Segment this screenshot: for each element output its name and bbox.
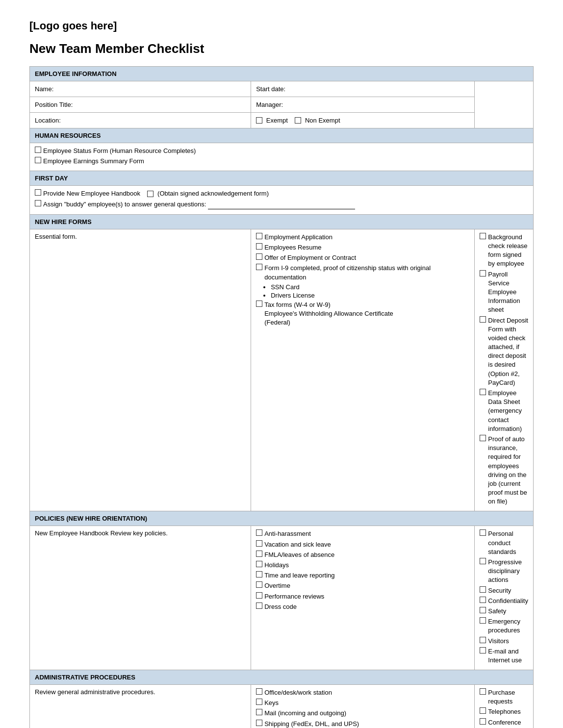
section-human-resources: HUMAN RESOURCES	[30, 128, 534, 143]
nhf-item-3: Offer of Employment or Contract	[256, 253, 469, 262]
start-date-field: Start date:	[251, 81, 475, 97]
nhf-right-item-5: Proof of auto insurance, required for em…	[480, 435, 528, 506]
non-exempt-label: Non Exempt	[305, 117, 340, 124]
manager-label: Manager:	[256, 101, 283, 108]
admin-mid-items: Office/desk/work station Keys Mail (inco…	[251, 685, 475, 728]
nhf-item-1: Employment Application	[256, 233, 469, 242]
pol-checkbox-3[interactable]	[256, 551, 262, 557]
pol-right-item-7: Visitors	[480, 637, 528, 646]
pol-right-item-5: Safety	[480, 607, 528, 616]
nhf-checkbox-5[interactable]	[256, 301, 262, 307]
nhf-right-checkbox-1[interactable]	[480, 233, 486, 239]
hr-item-1: Employee Status Form (Human Resource Com…	[35, 147, 528, 155]
nhf-bullet-2: Drivers License	[271, 292, 469, 299]
first-day-item-1: Provide New Employee Handbook (Obtain si…	[35, 189, 528, 198]
pol-right-checkbox-7[interactable]	[480, 637, 486, 643]
admin-right-items: Purchase requests Telephones Conference …	[475, 685, 534, 728]
first-day-checkbox-2[interactable]	[147, 191, 154, 197]
exempt-field: Exempt Non Exempt	[251, 113, 475, 128]
pol-checkbox-1[interactable]	[256, 529, 262, 536]
pol-right-item-3: Security	[480, 586, 528, 595]
section-policies: POLICIES (New hire orientation)	[30, 511, 534, 526]
nhf-right-checkbox-2[interactable]	[480, 270, 486, 276]
new-hire-col-label: Essential form.	[30, 229, 251, 511]
adm-item-1: Office/desk/work station	[256, 688, 469, 697]
hr-checkbox-1[interactable]	[35, 147, 41, 153]
exempt-checkbox[interactable]	[256, 117, 262, 124]
adm-right-checkbox-1[interactable]	[480, 688, 486, 695]
pol-right-checkbox-2[interactable]	[480, 558, 486, 564]
nhf-right-checkbox-3[interactable]	[480, 316, 486, 323]
pol-item-7: Performance reviews	[256, 592, 469, 601]
policies-mid-items: Anti-harassment Vacation and sick leave …	[251, 526, 475, 670]
pol-right-item-8: E-mail and Internet use	[480, 647, 528, 665]
pol-checkbox-6[interactable]	[256, 581, 262, 588]
pol-right-checkbox-6[interactable]	[480, 617, 486, 624]
pol-checkbox-7[interactable]	[256, 592, 262, 599]
pol-right-item-1: Personal conduct standards	[480, 529, 528, 556]
exempt-label: Exempt	[266, 117, 288, 124]
nhf-checkbox-1[interactable]	[256, 233, 262, 239]
pol-item-1: Anti-harassment	[256, 529, 469, 538]
manager-field: Manager:	[251, 97, 475, 113]
first-day-checkbox-3[interactable]	[35, 200, 41, 206]
non-exempt-checkbox[interactable]	[295, 117, 301, 124]
pol-checkbox-4[interactable]	[256, 561, 262, 567]
nhf-item-5: Tax forms (W-4 or W-9)Employee's Withhol…	[256, 301, 469, 327]
new-hire-right-items: Background check release form signed by …	[475, 229, 534, 511]
pol-right-checkbox-1[interactable]	[480, 529, 486, 536]
adm-checkbox-1[interactable]	[256, 688, 262, 695]
adm-checkbox-2[interactable]	[256, 699, 262, 705]
policies-right-items: Personal conduct standards Progressive d…	[475, 526, 534, 670]
pol-right-checkbox-8[interactable]	[480, 647, 486, 653]
pol-item-5: Time and leave reporting	[256, 571, 469, 580]
adm-item-3: Mail (incoming and outgoing)	[256, 709, 469, 718]
first-day-checkbox-1[interactable]	[35, 189, 41, 196]
nhf-bullet-1: SSN Card	[271, 283, 469, 291]
hr-item-2: Employee Earnings Summary Form	[35, 157, 528, 166]
section-employee-info: EMPLOYEE INFORMATION	[30, 67, 534, 81]
adm-right-checkbox-3[interactable]	[480, 718, 486, 725]
adm-right-checkbox-2[interactable]	[480, 707, 486, 714]
nhf-item-2: Employees Resume	[256, 243, 469, 252]
adm-checkbox-4[interactable]	[256, 720, 262, 726]
position-label: Position Title:	[35, 101, 73, 108]
pol-right-item-6: Emergency procedures	[480, 617, 528, 635]
location-label: Location:	[35, 117, 61, 124]
section-admin-procedures: ADMINISTRATIVE PROCEDURES	[30, 670, 534, 685]
policies-col-label: New Employee Handbook Review key policie…	[30, 526, 251, 670]
adm-right-item-1: Purchase requests	[480, 688, 528, 706]
page-title: New Team Member Checklist	[29, 41, 534, 56]
section-first-day: FIRST DAY	[30, 171, 534, 186]
logo-text: [Logo goes here]	[29, 20, 534, 32]
nhf-item-4: Form I-9 completed, proof of citizenship…	[256, 264, 469, 281]
pol-right-checkbox-4[interactable]	[480, 597, 486, 603]
section-new-hire-forms: NEW HIRE FORMS	[30, 214, 534, 229]
pol-item-6: Overtime	[256, 581, 469, 590]
position-field: Position Title:	[30, 97, 251, 113]
buddy-field	[208, 200, 355, 209]
pol-right-item-2: Progressive disciplinary actions	[480, 558, 528, 585]
pol-checkbox-8[interactable]	[256, 602, 262, 609]
pol-checkbox-5[interactable]	[256, 571, 262, 577]
nhf-right-checkbox-5[interactable]	[480, 435, 486, 441]
checklist-table: EMPLOYEE INFORMATION Name: Start date: P…	[29, 66, 534, 728]
name-field: Name:	[30, 81, 251, 97]
nhf-right-checkbox-4[interactable]	[480, 389, 486, 395]
nhf-checkbox-3[interactable]	[256, 253, 262, 260]
location-field: Location:	[30, 113, 251, 128]
pol-item-4: Holidays	[256, 561, 469, 570]
adm-checkbox-3[interactable]	[256, 709, 262, 715]
nhf-right-item-4: Employee Data Sheet (emergency contact i…	[480, 389, 528, 433]
pol-checkbox-2[interactable]	[256, 540, 262, 547]
start-date-label: Start date:	[256, 85, 285, 93]
human-resources-items: Employee Status Form (Human Resource Com…	[30, 143, 534, 171]
hr-checkbox-2[interactable]	[35, 157, 41, 163]
adm-right-item-3: Conference rooms	[480, 718, 528, 728]
pol-right-checkbox-5[interactable]	[480, 607, 486, 613]
first-day-items: Provide New Employee Handbook (Obtain si…	[30, 186, 534, 214]
adm-item-2: Keys	[256, 699, 469, 707]
nhf-checkbox-4[interactable]	[256, 264, 262, 270]
pol-right-checkbox-3[interactable]	[480, 586, 486, 593]
nhf-checkbox-2[interactable]	[256, 243, 262, 250]
